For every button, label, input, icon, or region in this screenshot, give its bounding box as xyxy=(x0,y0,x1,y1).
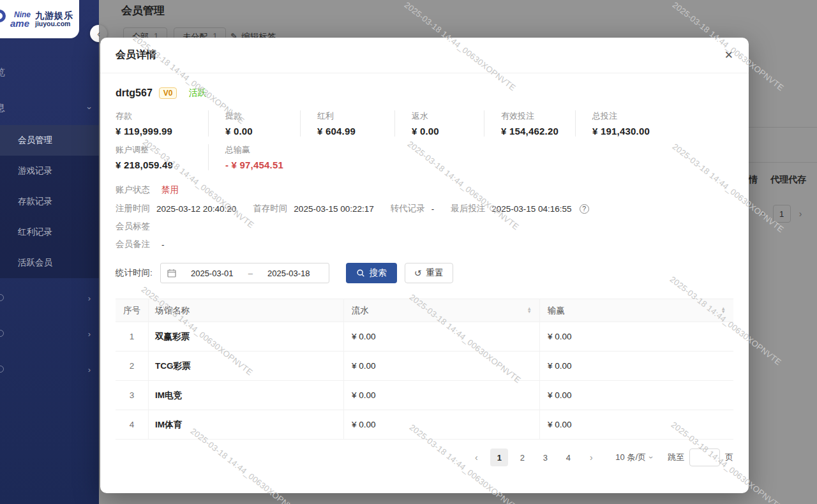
member-remark-value: - xyxy=(161,240,165,249)
logo-mark-icon xyxy=(0,10,6,22)
cell-venue-name: IM电竞 xyxy=(149,381,344,410)
calendar-icon xyxy=(167,269,176,278)
sidebar-item-active-members[interactable]: 活跃会员 xyxy=(0,248,99,278)
member-summary: drtg567 V0 活跃 xyxy=(116,87,206,99)
info-last-bet: 最后投注2025-03-15 04:16:55? xyxy=(451,203,588,214)
stats-row-2: 账户调整¥ 218,059.49总输赢- ¥ 97,454.51 xyxy=(116,144,419,170)
stat-label: 返水 xyxy=(412,110,484,122)
stat-label: 提款 xyxy=(225,110,300,122)
stat-label: 有效投注 xyxy=(501,110,575,122)
search-button[interactable]: 搜索 xyxy=(346,263,397,283)
stat-cell: 提款¥ 0.00 xyxy=(208,110,300,137)
reset-icon: ↺ xyxy=(414,268,422,278)
modal-header: 会员详情 ✕ xyxy=(100,38,749,73)
modal-body: drtg567 V0 活跃 存款¥ 119,999.99提款¥ 0.00红利¥ … xyxy=(100,73,749,493)
cell-turnover: ¥ 0.00 xyxy=(344,322,540,351)
account-status-value: 禁用 xyxy=(161,184,179,196)
modal-title: 会员详情 xyxy=(116,48,156,62)
stat-value: ¥ 604.99 xyxy=(317,126,394,137)
member-info-row: 注册时间2025-03-12 20:40:20首存时间2025-03-15 00… xyxy=(116,203,589,214)
jump-page-input[interactable] xyxy=(689,448,720,466)
cell-winloss: ¥ 0.00 xyxy=(540,410,733,439)
help-icon[interactable]: ? xyxy=(580,204,589,214)
member-tags-label: 会员标签 xyxy=(116,221,150,232)
date-range-picker[interactable]: 2025-03-01 – 2025-03-18 xyxy=(160,263,329,283)
sidebar-item-bonus-records[interactable]: 红利记录 xyxy=(0,217,99,248)
sidebar-group-label-fragment: 息 xyxy=(0,102,5,114)
stat-cell: 存款¥ 119,999.99 xyxy=(116,110,208,137)
pagination-next[interactable]: › xyxy=(582,448,600,466)
stat-label: 账户调整 xyxy=(116,144,208,156)
pagination-page-1[interactable]: 1 xyxy=(490,448,508,466)
modal-pagination: ‹1234› 10 条/页 › 跳至 页 xyxy=(116,448,733,466)
stat-cell: 账户调整¥ 218,059.49 xyxy=(116,144,208,170)
chevron-down-icon: › xyxy=(647,456,656,459)
stat-value: ¥ 0.00 xyxy=(412,126,484,137)
stat-cell: 红利¥ 604.99 xyxy=(300,110,394,137)
cell-turnover: ¥ 0.00 xyxy=(344,381,540,410)
reset-button[interactable]: ↺ 重置 xyxy=(405,263,453,283)
sidebar-item-deposit-records[interactable]: 存款记录 xyxy=(0,186,99,217)
sidebar-collapsed-group[interactable]: › xyxy=(0,352,99,388)
pagination-page-2[interactable]: 2 xyxy=(513,448,531,466)
close-icon[interactable]: ✕ xyxy=(724,48,733,62)
reset-button-label: 重置 xyxy=(426,267,444,279)
table-row: 2TCG彩票¥ 0.00¥ 0.00 xyxy=(116,352,733,381)
statistics-filter-row: 统计时间: 2025-03-01 – 2025-03-18 搜索 xyxy=(116,263,453,283)
sidebar-item-member-management[interactable]: 会员管理 xyxy=(0,125,99,156)
date-start-value[interactable]: 2025-03-01 xyxy=(179,269,246,278)
sort-icon[interactable]: ▲ ▼ xyxy=(527,308,532,313)
cell-winloss: ¥ 0.00 xyxy=(540,322,733,351)
stats-row-1: 存款¥ 119,999.99提款¥ 0.00红利¥ 604.99返水¥ 0.00… xyxy=(116,110,722,137)
menu-icon-fragment xyxy=(0,330,4,337)
stat-label: 总输赢 xyxy=(225,144,419,156)
sidebar-item-game-records[interactable]: 游戏记录 xyxy=(0,156,99,186)
sort-icon[interactable]: ▲ ▼ xyxy=(721,308,726,313)
table-header: 序号 场馆名称 流水 ▲ ▼ 输赢 ▲ ▼ xyxy=(116,299,733,322)
column-header-venue: 场馆名称 xyxy=(149,299,344,322)
logo-text-cn: 九游娱乐 jiuyou.com xyxy=(35,11,73,28)
chevron-down-icon: › xyxy=(84,107,94,109)
cell-turnover: ¥ 0.00 xyxy=(344,352,540,380)
stat-cell: 有效投注¥ 154,462.20 xyxy=(484,110,575,137)
jump-label: 跳至 xyxy=(668,452,684,463)
stat-cell: 返水¥ 0.00 xyxy=(394,110,484,137)
pagination-page-3[interactable]: 3 xyxy=(536,448,554,466)
stat-value: ¥ 154,462.20 xyxy=(501,126,575,137)
column-header-winloss: 输赢 ▲ ▼ xyxy=(540,299,733,322)
account-status-label: 账户状态 xyxy=(116,184,150,196)
member-remark-label: 会员备注 xyxy=(116,239,150,250)
cell-index: 2 xyxy=(116,352,149,380)
stat-value: - ¥ 97,454.51 xyxy=(225,159,419,170)
pagination-page-4[interactable]: 4 xyxy=(559,448,577,466)
stat-cell: 总投注¥ 191,430.00 xyxy=(575,110,722,137)
chevron-right-icon: › xyxy=(88,365,91,374)
search-button-label: 搜索 xyxy=(370,267,387,279)
chevron-right-icon: › xyxy=(88,329,91,339)
date-end-value[interactable]: 2025-03-18 xyxy=(255,269,322,278)
member-activity-status: 活跃 xyxy=(188,87,206,99)
sort-down-icon: ▼ xyxy=(527,311,532,314)
logo-cn-line2: jiuyou.com xyxy=(35,20,73,28)
column-header-turnover: 流水 ▲ ▼ xyxy=(344,299,540,322)
logo-cn-line1: 九游娱乐 xyxy=(35,11,73,20)
sidebar-item-fragment[interactable]: 览 xyxy=(0,66,5,78)
stat-value: ¥ 191,430.00 xyxy=(592,126,722,137)
table-row: 1双赢彩票¥ 0.00¥ 0.00 xyxy=(116,322,733,352)
stat-cell: 总输赢- ¥ 97,454.51 xyxy=(208,144,419,170)
sidebar-collapsed-group[interactable]: › xyxy=(0,281,99,316)
table-row: 4IM体育¥ 0.00¥ 0.00 xyxy=(116,410,733,440)
pagination-prev[interactable]: ‹ xyxy=(467,448,485,466)
cell-venue-name: IM体育 xyxy=(149,410,344,439)
stat-label: 总投注 xyxy=(592,110,722,122)
cell-turnover: ¥ 0.00 xyxy=(344,410,540,439)
info-label: 首存时间 xyxy=(253,203,287,214)
info-value: - xyxy=(431,204,435,214)
date-range-separator: – xyxy=(248,269,253,278)
statistics-time-label: 统计时间: xyxy=(116,267,153,279)
sidebar: Nine ame 九游娱乐 jiuyou.com 览 息 › 会员管理游戏记录存… xyxy=(0,0,99,504)
stat-value: ¥ 218,059.49 xyxy=(116,159,208,170)
page-size-select[interactable]: 10 条/页 › xyxy=(615,452,652,463)
sidebar-collapsed-group[interactable]: › xyxy=(0,316,99,352)
sidebar-group-expanded[interactable]: 息 › xyxy=(0,101,99,117)
